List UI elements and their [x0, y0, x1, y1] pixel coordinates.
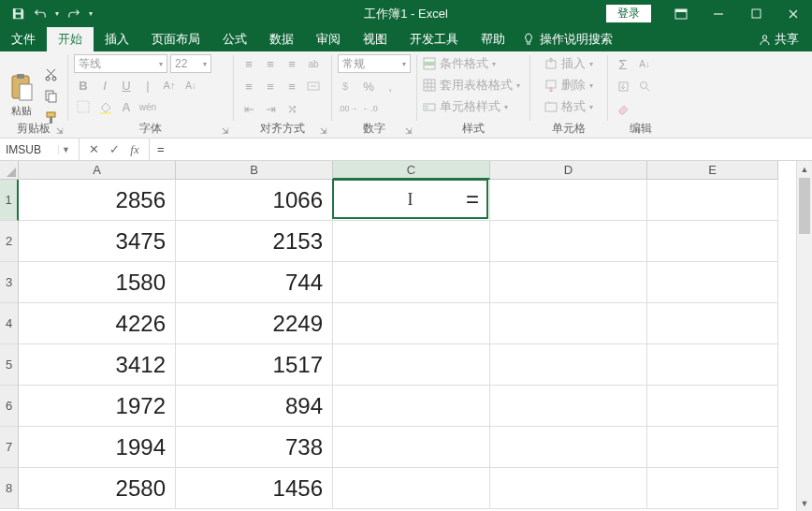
delete-cells-button[interactable]: 删除▾: [536, 76, 602, 95]
cell[interactable]: [333, 468, 490, 509]
sort-filter-button[interactable]: A↓: [635, 54, 654, 73]
align-left-button[interactable]: ≡: [239, 77, 258, 95]
cell[interactable]: 3412: [19, 344, 176, 386]
percent-button[interactable]: %: [359, 77, 378, 95]
share-button[interactable]: 共享: [746, 27, 812, 51]
cell[interactable]: 1066: [176, 180, 333, 221]
cell[interactable]: [333, 262, 490, 303]
close-button[interactable]: [775, 0, 812, 27]
cell[interactable]: [647, 468, 778, 509]
cell[interactable]: 2249: [176, 303, 333, 344]
tab-插入[interactable]: 插入: [94, 27, 140, 51]
autosum-button[interactable]: Σ: [614, 54, 632, 73]
cell[interactable]: [333, 180, 490, 221]
cell[interactable]: [647, 262, 778, 303]
tell-me-search[interactable]: 操作说明搜索: [522, 27, 613, 51]
dialog-launcher-icon[interactable]: ⇲: [320, 126, 327, 136]
cell-styles-button[interactable]: 单元格样式▾: [423, 97, 524, 116]
cell[interactable]: [333, 221, 490, 262]
row-header[interactable]: 7: [0, 427, 19, 468]
align-middle-button[interactable]: ≡: [261, 54, 280, 73]
grow-font-button[interactable]: A↑: [160, 76, 179, 95]
border-button[interactable]: [74, 97, 93, 116]
cell[interactable]: 1517: [176, 344, 333, 386]
cell[interactable]: 1972: [19, 386, 176, 427]
copy-button[interactable]: [41, 86, 60, 105]
cell[interactable]: 738: [176, 427, 333, 468]
row-header[interactable]: 2: [0, 221, 19, 262]
insert-cells-button[interactable]: 插入▾: [536, 54, 602, 73]
qat-customize-icon[interactable]: ▾: [86, 4, 95, 24]
maximize-button[interactable]: [737, 0, 775, 27]
underline-button[interactable]: U: [117, 76, 136, 95]
row-header[interactable]: 1: [0, 180, 19, 221]
font-color-button[interactable]: A: [117, 97, 136, 116]
chevron-down-icon[interactable]: ▼: [58, 145, 73, 154]
cell[interactable]: 1580: [19, 262, 176, 303]
format-table-button[interactable]: 套用表格格式▾: [423, 76, 524, 95]
align-center-button[interactable]: ≡: [261, 77, 280, 95]
accounting-button[interactable]: $: [338, 77, 356, 95]
decrease-decimal-button[interactable]: ←.0: [361, 99, 380, 118]
phonetic-button[interactable]: wén: [138, 97, 157, 116]
cell[interactable]: 894: [176, 386, 333, 427]
cell[interactable]: 2153: [176, 221, 333, 262]
cell[interactable]: [647, 221, 778, 262]
border-line-button[interactable]: |: [138, 76, 157, 95]
align-bottom-button[interactable]: ≡: [283, 54, 301, 73]
tab-页面布局[interactable]: 页面布局: [140, 27, 211, 51]
tab-开始[interactable]: 开始: [47, 27, 94, 51]
tab-数据[interactable]: 数据: [258, 27, 305, 51]
cell[interactable]: 2856: [19, 180, 176, 221]
align-top-button[interactable]: ≡: [239, 54, 258, 73]
qat-dropdown-icon[interactable]: ▾: [52, 4, 62, 24]
cell[interactable]: [333, 303, 490, 344]
font-name-combo[interactable]: 等线▾: [74, 54, 167, 73]
tab-帮助[interactable]: 帮助: [470, 27, 516, 51]
dialog-launcher-icon[interactable]: ⇲: [56, 126, 64, 136]
merge-button[interactable]: [304, 77, 323, 95]
wrap-text-button[interactable]: ab: [304, 54, 323, 73]
align-right-button[interactable]: ≡: [283, 77, 301, 95]
clear-button[interactable]: [614, 99, 632, 118]
undo-icon[interactable]: [30, 4, 51, 24]
column-header[interactable]: B: [176, 161, 333, 180]
cancel-formula-button[interactable]: ✕: [83, 142, 104, 156]
fill-button[interactable]: [614, 77, 632, 95]
tab-公式[interactable]: 公式: [211, 27, 258, 51]
cell[interactable]: [490, 468, 647, 509]
enter-formula-button[interactable]: ✓: [104, 142, 124, 156]
insert-function-button[interactable]: fx: [124, 142, 145, 157]
fill-color-button[interactable]: [95, 97, 114, 116]
redo-icon[interactable]: [64, 4, 84, 24]
cell[interactable]: 744: [176, 262, 333, 303]
tab-审阅[interactable]: 审阅: [305, 27, 352, 51]
minimize-button[interactable]: [700, 0, 737, 27]
bold-button[interactable]: B: [74, 76, 93, 95]
row-header[interactable]: 4: [0, 303, 19, 344]
dialog-launcher-icon[interactable]: ⇲: [222, 126, 229, 136]
increase-indent-button[interactable]: ⇥: [261, 99, 280, 118]
cell[interactable]: [490, 221, 647, 262]
increase-decimal-button[interactable]: .00→: [338, 99, 358, 118]
tab-视图[interactable]: 视图: [352, 27, 399, 51]
font-size-combo[interactable]: 22▾: [170, 54, 211, 73]
cell[interactable]: [647, 344, 778, 386]
row-header[interactable]: 3: [0, 262, 19, 303]
find-button[interactable]: [635, 77, 654, 95]
orientation-button[interactable]: ⤭: [283, 99, 301, 118]
cell[interactable]: [490, 344, 647, 386]
decrease-indent-button[interactable]: ⇤: [239, 99, 258, 118]
cell[interactable]: 1994: [19, 427, 176, 468]
cell[interactable]: 1456: [176, 468, 333, 509]
cell[interactable]: [490, 386, 647, 427]
cell[interactable]: [647, 427, 778, 468]
italic-button[interactable]: I: [95, 76, 114, 95]
scrollbar-thumb[interactable]: [799, 178, 810, 234]
vertical-scrollbar[interactable]: ▲ ▼: [796, 161, 812, 511]
cell[interactable]: [490, 262, 647, 303]
number-format-combo[interactable]: 常规▾: [338, 54, 411, 73]
dialog-launcher-icon[interactable]: ⇲: [405, 126, 413, 136]
cell[interactable]: [333, 427, 490, 468]
sign-in-button[interactable]: 登录: [606, 5, 651, 22]
